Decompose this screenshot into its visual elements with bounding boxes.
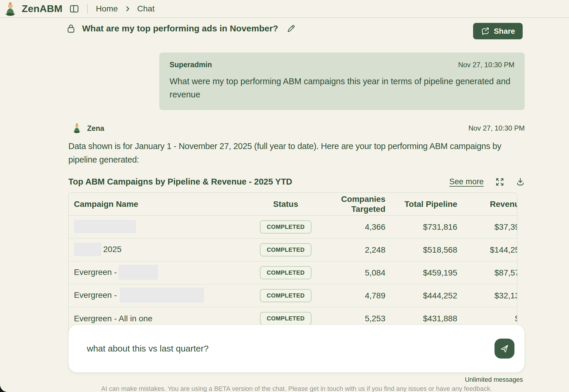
quota-label: Unlimited messages: [465, 376, 523, 383]
send-button[interactable]: [495, 339, 514, 359]
status-badge: COMPLETED: [260, 220, 311, 234]
table-row: 2025 COMPLETED 2,248 $518,568 $144,258: [69, 239, 517, 261]
window-corner: [0, 384, 21, 392]
companies-cell: 5,084: [315, 261, 385, 284]
assistant-name: Zena: [87, 124, 104, 133]
breadcrumb-current[interactable]: Chat: [137, 4, 155, 13]
campaigns-table[interactable]: Campaign Name Status Companies Targeted …: [68, 192, 517, 330]
pipeline-cell: $731,816: [385, 216, 457, 239]
companies-cell: 2,248: [315, 239, 385, 261]
zena-avatar-icon: [72, 123, 81, 134]
table-widget-header: Top ABM Campaigns by Pipeline & Revenue …: [68, 177, 525, 187]
user-message-timestamp: Nov 27, 10:30 PM: [458, 61, 514, 69]
status-badge: COMPLETED: [260, 289, 311, 302]
campaign-name-cell: Evergreen -: [69, 261, 256, 284]
message-composer: [68, 325, 525, 373]
assistant-message-header: Zena Nov 27, 10:30 PM: [68, 123, 525, 134]
column-campaign-name: Campaign Name: [69, 193, 256, 216]
column-total-pipeline: Total Pipeline: [385, 193, 457, 216]
revenue-cell: $144,258: [457, 239, 517, 261]
table-row: Evergreen - COMPLETED 4,789 $444,252 $32…: [69, 284, 517, 307]
redacted-text: [120, 288, 204, 303]
sidebar-toggle-button[interactable]: [70, 4, 79, 13]
download-table-button[interactable]: [516, 178, 525, 186]
nav-divider: [87, 4, 88, 13]
user-message-bubble: Superadmin Nov 27, 10:30 PM What were my…: [159, 53, 525, 110]
expand-table-button[interactable]: [495, 178, 504, 186]
panel-toggle-icon: [70, 4, 79, 13]
user-message-text: What were my top performing ABM campaign…: [170, 75, 514, 101]
status-badge: COMPLETED: [260, 312, 311, 325]
brand-name[interactable]: ZenABM: [22, 3, 62, 14]
table-row: Evergreen - COMPLETED 5,084 $459,195 $87…: [69, 261, 517, 284]
assistant-message-text: Data shown is for January 1 - November 2…: [68, 139, 521, 166]
chat-input[interactable]: [86, 343, 495, 354]
revenue-cell: $37,393: [457, 216, 517, 239]
companies-cell: 4,789: [315, 284, 385, 307]
column-revenue: Revenue: [457, 193, 517, 216]
download-icon: [516, 178, 525, 186]
status-badge: COMPLETED: [260, 243, 311, 256]
redacted-text: [74, 220, 136, 233]
redacted-text: [74, 243, 101, 256]
table-row: COMPLETED 4,366 $731,816 $37,393: [69, 216, 517, 239]
campaign-name-cell: [69, 216, 256, 239]
top-navigation: ZenABM Home Chat: [0, 0, 569, 18]
campaign-name-cell: Evergreen -: [69, 284, 256, 307]
pipeline-cell: $444,252: [385, 284, 457, 307]
user-message-header: Superadmin Nov 27, 10:30 PM: [170, 60, 514, 69]
contact-link[interactable]: get in touch with us: [310, 385, 365, 392]
column-status: Status: [256, 193, 315, 216]
zenabm-chat-page: ZenABM Home Chat What are my top perform…: [0, 0, 569, 392]
companies-cell: 4,366: [315, 216, 385, 239]
column-companies-targeted: Companies Targeted: [315, 193, 385, 216]
redacted-text: [118, 265, 158, 280]
see-more-link[interactable]: See more: [449, 177, 484, 186]
revenue-cell: $32,136: [457, 284, 517, 307]
assistant-message-timestamp: Nov 27, 10:30 PM: [468, 124, 525, 132]
expand-icon: [495, 178, 504, 186]
breadcrumb-home[interactable]: Home: [96, 4, 118, 13]
table-title: Top ABM Campaigns by Pipeline & Revenue …: [68, 177, 292, 187]
send-icon: [499, 344, 509, 354]
table-header-row: Campaign Name Status Companies Targeted …: [69, 193, 517, 216]
status-badge: COMPLETED: [260, 266, 311, 279]
user-message-author: Superadmin: [170, 60, 212, 69]
chat-content: Superadmin Nov 27, 10:30 PM What were my…: [68, 18, 525, 330]
revenue-cell: $87,579: [457, 261, 517, 284]
table-actions: See more: [449, 177, 525, 186]
pipeline-cell: $518,568: [385, 239, 457, 261]
pipeline-cell: $459,195: [385, 261, 457, 284]
disclaimer-text: AI can make mistakes. You are using a BE…: [68, 385, 525, 392]
breadcrumb-chevron-icon: [124, 5, 131, 13]
campaign-name-cell: 2025: [69, 239, 256, 261]
zen-logo-icon: [4, 2, 16, 16]
